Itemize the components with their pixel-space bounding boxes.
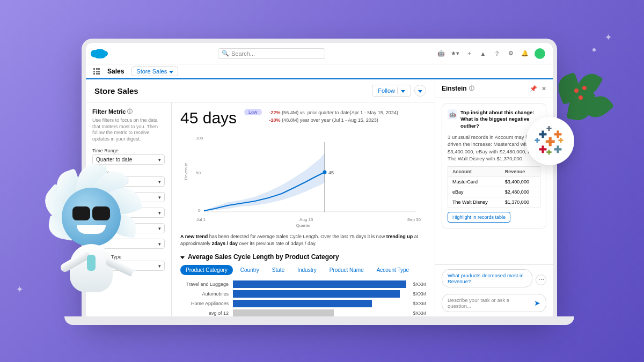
user-avatar[interactable]: [535, 48, 545, 59]
tab-product-category[interactable]: Product Category: [180, 265, 233, 275]
setup-icon[interactable]: ⚙: [507, 49, 515, 58]
page-header: Store Sales Follow: [86, 79, 435, 102]
svg-point-5: [323, 171, 327, 174]
info-icon[interactable]: ⓘ: [127, 108, 133, 115]
trend-text: A new trend has been detected for Averag…: [180, 233, 426, 247]
einstein-prompt-input[interactable]: Describe your task or ask a question... …: [442, 294, 546, 312]
suggestion-chip[interactable]: What products decreased most in Revenue?: [442, 269, 532, 287]
x-axis-label: Quarter: [180, 223, 426, 228]
close-icon[interactable]: ✕: [541, 85, 546, 92]
dot-decoration: [592, 48, 596, 51]
svg-text:50: 50: [196, 171, 201, 175]
svg-text:45: 45: [328, 170, 334, 175]
table-row[interactable]: The Walt Disney$1,370,000: [448, 197, 540, 208]
app-launcher-icon[interactable]: [93, 68, 100, 75]
filter-title: Filter Metric ⓘ: [92, 108, 165, 115]
chart-svg: 100 50 0 45: [180, 131, 426, 217]
bell-icon[interactable]: 🔔: [521, 49, 529, 58]
table-row[interactable]: MasterCard$3,400,000: [448, 177, 540, 187]
info-icon[interactable]: ⓘ: [469, 85, 474, 92]
more-icon[interactable]: ⋯: [536, 275, 546, 285]
bar-row[interactable]: Home Appliances $XXM: [180, 300, 426, 307]
global-search[interactable]: 🔍 Search...: [218, 48, 325, 59]
insight-table: AccountRevenue MasterCard$3,400,000 eBay…: [448, 166, 540, 208]
chevron-down-icon: [180, 253, 185, 261]
metric-value: 45 days: [180, 109, 237, 127]
y-axis-label: Revenue: [184, 162, 188, 180]
section-header[interactable]: Average Sales Cycle Length by Product Ca…: [180, 253, 426, 261]
tab-state[interactable]: State: [267, 265, 290, 275]
app-name: Sales: [107, 68, 124, 75]
einstein-panel: Einstein ⓘ 📌 ✕ 🤖 Top insight about this …: [435, 79, 553, 316]
search-icon: 🔍: [222, 50, 229, 57]
app-nav: Sales Store Sales: [86, 64, 553, 79]
svg-text:0: 0: [198, 208, 201, 213]
topbar: 🔍 Search... 🤖 ★▾ ＋ ▲ ? ⚙ 🔔: [86, 43, 553, 64]
bar-chart: Travel and Luggage $XXM Automobiles $XXM…: [180, 280, 426, 316]
tab-country[interactable]: Country: [235, 265, 265, 275]
einstein-top-icon[interactable]: 🤖: [437, 49, 445, 58]
insight-question: Top insight about this change: What is t…: [460, 109, 540, 129]
favorites-icon[interactable]: ★▾: [451, 49, 459, 58]
notifications-icon[interactable]: ▲: [479, 49, 487, 58]
tab-account-type[interactable]: Account Type: [371, 265, 414, 275]
line-chart[interactable]: Revenue 100 50 0 45: [180, 131, 426, 217]
send-icon[interactable]: ➤: [534, 299, 540, 307]
category-tabs: Product Category Country State Industry …: [180, 265, 426, 275]
expand-button[interactable]: [414, 85, 426, 97]
einstein-title: Einstein ⓘ: [442, 85, 474, 92]
filter-description: Use filters to focus on the data that ma…: [92, 117, 165, 143]
chevron-down-icon[interactable]: [397, 87, 405, 94]
highlight-button[interactable]: Highlight in records table: [448, 212, 510, 223]
bar-row[interactable]: avg of 12 $XXM: [180, 309, 426, 316]
metric-deltas: -22% (56.4M) vs. prior quarter to date(A…: [269, 109, 398, 124]
nav-tab-store-sales[interactable]: Store Sales: [131, 67, 178, 76]
filter-label-time: Time Range: [92, 148, 165, 153]
einstein-mascot: [38, 166, 145, 327]
page-title: Store Sales: [94, 86, 138, 95]
sparkle-decoration: ✦: [16, 284, 23, 294]
x-axis-ticks: Jul 1 Aug 15 Sep 30: [180, 217, 426, 222]
tab-industry[interactable]: Industry: [292, 265, 322, 275]
metric-badge: Low: [244, 109, 262, 115]
bar-row[interactable]: Travel and Luggage $XXM: [180, 280, 426, 288]
pin-icon[interactable]: 📌: [530, 85, 537, 92]
add-icon[interactable]: ＋: [465, 49, 473, 58]
svg-text:100: 100: [196, 136, 203, 141]
tab-product-name[interactable]: Product Name: [324, 265, 369, 275]
bar-row[interactable]: Automobiles $XXM: [180, 290, 426, 298]
follow-button[interactable]: Follow: [372, 85, 411, 97]
tableau-logo-badge: ✚ ✚ ✚ ✚ ✚ ✚ ✚ ✚ ✚: [526, 117, 574, 165]
main-content: 45 days Low -22% (56.4M) vs. prior quart…: [172, 102, 435, 316]
help-icon[interactable]: ?: [493, 49, 501, 58]
sparkle-decoration: ✦: [605, 32, 612, 42]
salesforce-logo[interactable]: [93, 49, 106, 58]
insight-icon: 🤖: [448, 109, 457, 119]
laptop-screen: 🔍 Search... 🤖 ★▾ ＋ ▲ ? ⚙ 🔔 Sales Store S…: [86, 43, 553, 316]
table-row[interactable]: eBay$2,480,000: [448, 187, 540, 197]
search-placeholder: Search...: [231, 50, 255, 57]
time-range-select[interactable]: Quarter to date: [92, 154, 165, 165]
chevron-down-icon: [169, 68, 173, 75]
insight-card: 🤖 Top insight about this change: What is…: [442, 104, 546, 228]
